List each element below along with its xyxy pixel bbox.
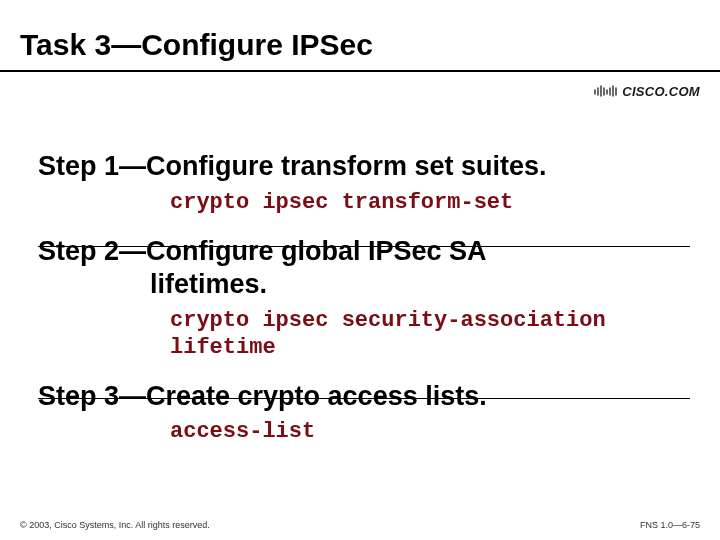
step3-command: access-list [170, 419, 690, 446]
title-underline [0, 70, 720, 72]
footer-copyright: © 2003, Cisco Systems, Inc. All rights r… [20, 520, 210, 530]
footer-pagecode: FNS 1.0—6-75 [640, 520, 700, 530]
slide: Task 3—Configure IPSec [0, 0, 720, 540]
step1-command: crypto ipsec transform-set [170, 190, 690, 217]
content-area: Step 1—Configure transform set suites. c… [38, 150, 690, 464]
step2-heading-line2: lifetimes. [38, 268, 690, 302]
step2-heading: Step 2—Configure global IPSec SA [38, 236, 487, 266]
step1-heading: Step 1—Configure transform set suites. [38, 151, 547, 181]
step3-title: Step 3—Create crypto access lists. [38, 380, 690, 414]
separator-1 [38, 246, 690, 247]
step2-title: Step 2—Configure global IPSec SA lifetim… [38, 235, 690, 303]
slide-title: Task 3—Configure IPSec [20, 28, 373, 62]
step3-heading: Step 3—Create crypto access lists. [38, 381, 487, 411]
logo-text: CISCO.COM [622, 84, 700, 99]
step2-command: crypto ipsec security-association lifeti… [170, 308, 690, 362]
separator-2 [38, 398, 690, 399]
cisco-bars-icon [593, 84, 619, 101]
cisco-logo: CISCO.COM [583, 84, 700, 101]
step1-title: Step 1—Configure transform set suites. [38, 150, 690, 184]
